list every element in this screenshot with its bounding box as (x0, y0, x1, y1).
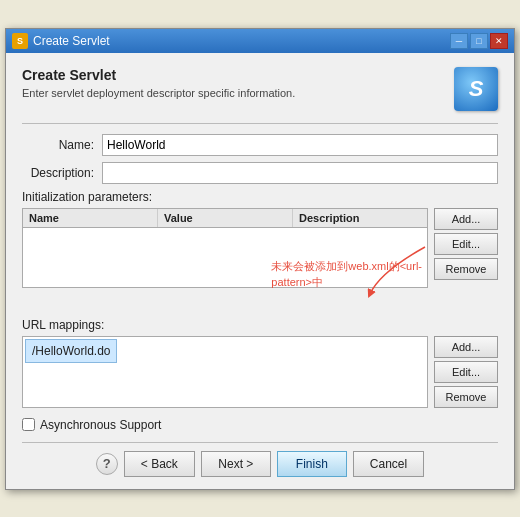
params-table-body (23, 228, 427, 283)
footer-divider (22, 442, 498, 443)
name-label: Name: (22, 138, 102, 152)
params-add-button[interactable]: Add... (434, 208, 498, 230)
window-controls: ─ □ ✕ (450, 33, 508, 49)
title-bar-left: S Create Servlet (12, 33, 110, 49)
description-field-row: Description: (22, 162, 498, 184)
params-edit-button[interactable]: Edit... (434, 233, 498, 255)
url-buttons: Add... Edit... Remove (434, 336, 498, 408)
col-name: Name (23, 209, 158, 227)
dialog-title: Create Servlet (22, 67, 295, 83)
minimize-button[interactable]: ─ (450, 33, 468, 49)
url-mappings-label: URL mappings: (22, 318, 498, 332)
title-bar: S Create Servlet ─ □ ✕ (6, 29, 514, 53)
maximize-button[interactable]: □ (470, 33, 488, 49)
window-icon: S (12, 33, 28, 49)
params-remove-button[interactable]: Remove (434, 258, 498, 280)
help-button[interactable]: ? (96, 453, 118, 475)
params-buttons: Add... Edit... Remove (434, 208, 498, 288)
window-title: Create Servlet (33, 34, 110, 48)
async-checkbox[interactable] (22, 418, 35, 431)
col-value: Value (158, 209, 293, 227)
col-description: Description (293, 209, 427, 227)
dialog-header: Create Servlet Enter servlet deployment … (22, 67, 498, 111)
header-text: Create Servlet Enter servlet deployment … (22, 67, 295, 99)
finish-button[interactable]: Finish (277, 451, 347, 477)
url-edit-button[interactable]: Edit... (434, 361, 498, 383)
name-field-row: Name: (22, 134, 498, 156)
params-table: Name Value Description (22, 208, 428, 288)
async-checkbox-row: Asynchronous Support (22, 418, 498, 432)
dialog-description: Enter servlet deployment descriptor spec… (22, 87, 295, 99)
footer-buttons: ? < Back Next > Finish Cancel (22, 451, 498, 477)
url-remove-button[interactable]: Remove (434, 386, 498, 408)
url-mappings-section: URL mappings: /HelloWorld.do Add... Edit… (22, 318, 498, 408)
dialog-content: Create Servlet Enter servlet deployment … (6, 53, 514, 489)
cancel-button[interactable]: Cancel (353, 451, 424, 477)
next-button[interactable]: Next > (201, 451, 271, 477)
init-params-label: Initialization parameters: (22, 190, 498, 204)
back-button[interactable]: < Back (124, 451, 195, 477)
url-table-area: /HelloWorld.do Add... Edit... Remove (22, 336, 498, 408)
async-label[interactable]: Asynchronous Support (40, 418, 161, 432)
params-table-header: Name Value Description (23, 209, 427, 228)
init-params-section: Name Value Description Add... Edit... Re… (22, 208, 498, 288)
header-divider (22, 123, 498, 124)
url-table: /HelloWorld.do (22, 336, 428, 408)
close-button[interactable]: ✕ (490, 33, 508, 49)
name-input[interactable] (102, 134, 498, 156)
main-window: S Create Servlet ─ □ ✕ Create Servlet En… (5, 28, 515, 490)
description-input[interactable] (102, 162, 498, 184)
description-label: Description: (22, 166, 102, 180)
url-add-button[interactable]: Add... (434, 336, 498, 358)
header-logo: S (454, 67, 498, 111)
url-mapping-item[interactable]: /HelloWorld.do (25, 339, 117, 363)
